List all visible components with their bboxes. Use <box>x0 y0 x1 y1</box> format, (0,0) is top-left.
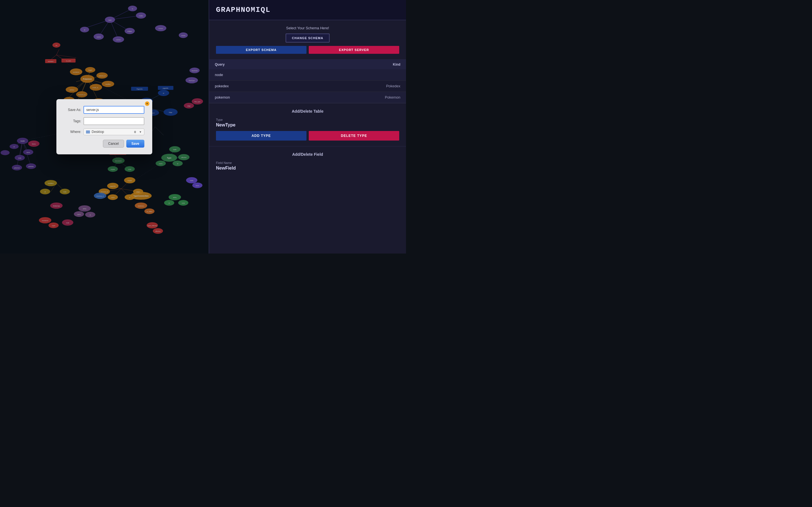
select-arrows <box>134 131 136 133</box>
kind-cell: Pokemon <box>307 92 406 103</box>
save-button[interactable]: Save <box>126 140 144 148</box>
query-table: Query Kind node pokedex Pokedex pokemon … <box>209 60 406 103</box>
table-row[interactable]: node <box>209 69 406 80</box>
delete-type-button[interactable]: DELETE TYPE <box>309 131 399 140</box>
query-cell: pokedex <box>209 80 307 92</box>
kind-cell: Pokedex <box>307 80 406 92</box>
expand-arrow[interactable]: ▼ <box>139 130 142 133</box>
app-title: GRAPHNOMIQL <box>216 6 399 14</box>
table-row[interactable]: pokedex Pokedex <box>209 80 406 92</box>
table-row[interactable]: pokemon Pokemon <box>209 92 406 103</box>
add-delete-field-title: Add/Delete Field <box>216 152 399 157</box>
export-server-button[interactable]: EXPORT SERVER <box>309 46 399 54</box>
dialog-close-button[interactable]: ✕ <box>145 101 149 106</box>
save-dialog: ✕ Save As: Tags: Where: Desktop <box>56 99 152 154</box>
add-delete-field-section: Add/Delete Field Field Name NewField <box>209 147 406 180</box>
tags-label: Tags: <box>64 119 81 123</box>
cancel-button[interactable]: Cancel <box>103 140 124 148</box>
table-header-row: Query Kind <box>209 60 406 69</box>
dialog-buttons: Cancel Save <box>64 140 144 148</box>
add-delete-table-title: Add/Delete Table <box>216 109 399 114</box>
graph-canvas[interactable]: type name cursor id edges node io cursor… <box>0 0 209 253</box>
kind-cell <box>307 69 406 80</box>
arrow-up-icon <box>134 131 136 132</box>
change-schema-button[interactable]: CHANGE SCHEMA <box>286 34 329 43</box>
save-as-label: Save As: <box>64 108 81 112</box>
dialog-overlay: ✕ Save As: Tags: Where: Desktop <box>0 0 209 253</box>
query-table-section: Query Kind node pokedex Pokedex pokemon … <box>209 60 406 103</box>
type-label: Type <box>216 118 399 121</box>
query-cell: node <box>209 69 307 80</box>
save-as-row: Save As: <box>64 106 144 114</box>
export-buttons: EXPORT SCHEMA EXPORT SERVER <box>216 46 399 54</box>
where-row: Where: Desktop ▼ <box>64 128 144 135</box>
export-schema-button[interactable]: EXPORT SCHEMA <box>216 46 306 54</box>
folder-icon <box>86 130 90 133</box>
type-action-buttons: ADD TYPE DELETE TYPE <box>216 131 399 140</box>
add-type-button[interactable]: ADD TYPE <box>216 131 306 140</box>
col-kind-header: Kind <box>307 60 406 69</box>
save-as-input[interactable] <box>84 106 144 114</box>
field-name-value: NewField <box>216 166 399 171</box>
where-label: Where: <box>64 130 81 134</box>
arrow-down-icon <box>134 132 136 133</box>
schema-section: Select Your Schema Here! CHANGE SCHEMA E… <box>209 20 406 60</box>
query-cell: pokemon <box>209 92 307 103</box>
tags-input[interactable] <box>84 117 144 125</box>
where-value: Desktop <box>92 130 104 134</box>
sidebar-header: GRAPHNOMIQL <box>209 0 406 20</box>
where-select[interactable]: Desktop ▼ <box>84 128 144 135</box>
query-table-body: node pokedex Pokedex pokemon Pokemon <box>209 69 406 103</box>
sidebar: GRAPHNOMIQL Select Your Schema Here! CHA… <box>209 0 406 253</box>
field-name-label: Field Name <box>216 161 399 165</box>
tags-row: Tags: <box>64 117 144 125</box>
add-delete-table-section: Add/Delete Table Type NewType ADD TYPE D… <box>209 103 406 147</box>
type-value: NewType <box>216 122 399 128</box>
schema-label: Select Your Schema Here! <box>216 26 399 30</box>
col-query-header: Query <box>209 60 307 69</box>
